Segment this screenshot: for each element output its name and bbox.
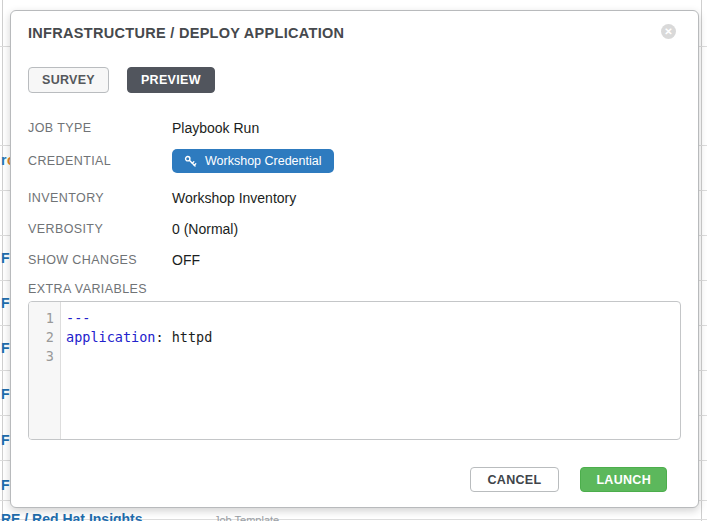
close-icon[interactable]: ✕ <box>661 24 676 39</box>
tab-survey[interactable]: SURVEY <box>28 67 109 93</box>
key-icon <box>184 155 197 168</box>
modal-tabs: SURVEY PREVIEW <box>28 67 681 93</box>
extra-variables-editor[interactable]: 123 ---application: httpd <box>28 301 681 440</box>
background-row-fragment: r <box>1 152 6 168</box>
inventory-row: INVENTORY Workshop Inventory <box>28 189 681 207</box>
background-row-fragment: F <box>1 386 10 402</box>
editor-line-number: 2 <box>29 328 54 347</box>
show-changes-value: OFF <box>172 252 200 268</box>
credential-chip[interactable]: Workshop Credential <box>172 149 334 173</box>
job-type-label: JOB TYPE <box>28 121 172 135</box>
editor-code-line: application: httpd <box>66 328 680 347</box>
background-row-title: RE / Red Hat Insights <box>1 511 143 521</box>
credential-row: CREDENTIAL Workshop Credential <box>28 149 681 173</box>
background-row-fragment: F <box>1 340 10 356</box>
credential-chip-label: Workshop Credential <box>205 154 322 168</box>
inventory-label: INVENTORY <box>28 191 172 205</box>
editor-line-number: 1 <box>29 309 54 328</box>
show-changes-label: SHOW CHANGES <box>28 253 172 267</box>
modal-title: INFRASTRUCTURE / DEPLOY APPLICATION <box>28 25 344 41</box>
tab-preview[interactable]: PREVIEW <box>127 67 215 93</box>
editor-code-line <box>66 347 680 366</box>
launch-button[interactable]: LAUNCH <box>580 467 667 492</box>
verbosity-label: VERBOSITY <box>28 222 172 236</box>
credential-label: CREDENTIAL <box>28 154 172 168</box>
cancel-button[interactable]: CANCEL <box>470 467 560 492</box>
job-type-row: JOB TYPE Playbook Run <box>28 119 681 137</box>
editor-code-line: --- <box>66 309 680 328</box>
deploy-application-modal: INFRASTRUCTURE / DEPLOY APPLICATION ✕ SU… <box>10 10 699 508</box>
editor-code[interactable]: ---application: httpd <box>61 302 680 439</box>
verbosity-row: VERBOSITY 0 (Normal) <box>28 220 681 238</box>
background-row-fragment: F <box>1 250 10 266</box>
inventory-value: Workshop Inventory <box>172 190 296 206</box>
background-row-subtitle: Job Template <box>214 514 279 521</box>
show-changes-row: SHOW CHANGES OFF <box>28 251 681 269</box>
background-row-fragment: F <box>1 295 10 311</box>
verbosity-value: 0 (Normal) <box>172 221 238 237</box>
background-row-fragment: F <box>1 432 10 448</box>
background-row-fragment: F <box>1 477 10 493</box>
extra-variables-label: EXTRA VARIABLES <box>28 282 681 297</box>
editor-gutter: 123 <box>29 302 61 439</box>
job-type-value: Playbook Run <box>172 120 259 136</box>
background-divider <box>701 0 702 521</box>
editor-line-number: 3 <box>29 347 54 366</box>
modal-footer: CANCEL LAUNCH <box>28 467 667 492</box>
modal-header: INFRASTRUCTURE / DEPLOY APPLICATION ✕ <box>28 24 681 48</box>
